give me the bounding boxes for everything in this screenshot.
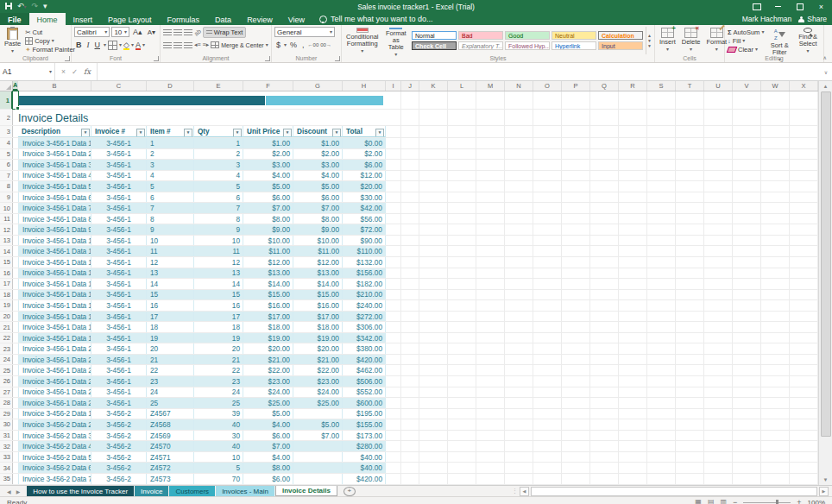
- table-cell[interactable]: $9.00: [293, 224, 343, 235]
- table-cell[interactable]: $40.00: [343, 452, 386, 463]
- scroll-down-icon[interactable]: ▼: [819, 475, 832, 485]
- empty-cells[interactable]: [419, 419, 818, 430]
- column-header-E[interactable]: E: [194, 81, 243, 91]
- column-header-L[interactable]: L: [448, 81, 476, 91]
- cell[interactable]: [386, 91, 401, 109]
- table-cell[interactable]: 30: [194, 431, 243, 441]
- cell[interactable]: [401, 214, 419, 224]
- table-cell[interactable]: Invoice 3-456-2 Data 4: [18, 441, 91, 451]
- table-cell[interactable]: Invoice 3-456-1 Data 2: [18, 149, 91, 160]
- cell[interactable]: [386, 279, 401, 289]
- empty-cells[interactable]: [419, 257, 818, 268]
- table-cell[interactable]: $30.00: [343, 192, 386, 203]
- table-header-description[interactable]: Description▾: [18, 126, 91, 137]
- cell[interactable]: [386, 474, 401, 484]
- filter-dropdown-icon[interactable]: ▾: [184, 129, 192, 137]
- table-cell[interactable]: 3-456-1: [91, 236, 147, 246]
- table-cell[interactable]: Z4567: [147, 409, 194, 419]
- table-cell[interactable]: $12.00: [343, 171, 386, 181]
- empty-cells[interactable]: [419, 236, 818, 246]
- cell[interactable]: [401, 300, 419, 311]
- cell-style-input[interactable]: Input: [598, 41, 643, 50]
- cell-style-good[interactable]: Good: [505, 31, 550, 40]
- table-cell[interactable]: 40: [194, 441, 243, 451]
- cell[interactable]: [401, 192, 419, 203]
- table-cell[interactable]: $90.00: [343, 236, 386, 246]
- cell[interactable]: [386, 409, 401, 419]
- empty-cells[interactable]: [419, 181, 818, 192]
- table-cell[interactable]: Invoice 3-456-1 Data 22: [18, 365, 91, 375]
- table-cell[interactable]: 6: [147, 192, 194, 203]
- column-header-G[interactable]: G: [293, 81, 343, 91]
- table-cell[interactable]: 16: [147, 300, 194, 311]
- paste-dropdown-icon[interactable]: ▾: [11, 48, 14, 54]
- table-cell[interactable]: $12.00: [293, 257, 343, 268]
- table-cell[interactable]: 3-456-1: [91, 224, 147, 235]
- cell[interactable]: [401, 463, 419, 473]
- cell[interactable]: [401, 322, 419, 332]
- row-header-20[interactable]: 20: [0, 312, 13, 322]
- table-cell[interactable]: 20: [147, 343, 194, 354]
- paste-button[interactable]: Paste ▾: [3, 27, 22, 54]
- table-cell[interactable]: $3.00: [243, 160, 293, 170]
- table-cell[interactable]: 3-456-1: [91, 365, 147, 375]
- decrease-indent-icon[interactable]: ◂≡: [194, 41, 201, 48]
- table-cell[interactable]: 22: [194, 365, 243, 375]
- cell[interactable]: [386, 126, 401, 137]
- table-cell[interactable]: 7: [194, 203, 243, 213]
- column-header-H[interactable]: H: [343, 81, 386, 91]
- row-header-1[interactable]: 1: [0, 91, 13, 109]
- cell[interactable]: [386, 322, 401, 332]
- table-cell[interactable]: 22: [147, 365, 194, 375]
- sheet-tab-invoices-main[interactable]: Invoices - Main: [216, 486, 274, 496]
- table-cell[interactable]: 1: [194, 138, 243, 148]
- gallery-down-icon[interactable]: ▼: [647, 39, 652, 43]
- cell[interactable]: [401, 236, 419, 246]
- tab-split-handle[interactable]: ⋮: [512, 488, 518, 495]
- cell[interactable]: [386, 268, 401, 279]
- table-cell[interactable]: Invoice 3-456-1 Data 3: [18, 160, 91, 170]
- table-cell[interactable]: 23: [147, 376, 194, 387]
- table-cell[interactable]: 6: [194, 192, 243, 203]
- sheet-tab-customers[interactable]: Customers: [169, 486, 215, 496]
- row-header-9[interactable]: 9: [0, 192, 13, 203]
- table-cell[interactable]: 23: [194, 376, 243, 387]
- expand-formula-bar-icon[interactable]: ∨: [820, 63, 832, 80]
- cell[interactable]: [401, 441, 419, 451]
- sheet-tab-invoice[interactable]: Invoice: [135, 486, 168, 496]
- table-cell[interactable]: [293, 409, 343, 419]
- cell[interactable]: [401, 203, 419, 213]
- font-color-icon[interactable]: A: [136, 41, 141, 49]
- row-header-21[interactable]: 21: [0, 322, 13, 332]
- cell[interactable]: [386, 149, 401, 160]
- table-cell[interactable]: Invoice 3-456-2 Data 5: [18, 452, 91, 463]
- table-cell[interactable]: $240.00: [343, 300, 386, 311]
- table-cell[interactable]: Invoice 3-456-1 Data 5: [18, 181, 91, 192]
- table-cell[interactable]: [293, 474, 343, 484]
- comma-style-button[interactable]: ,: [300, 41, 306, 49]
- table-cell[interactable]: 5: [194, 463, 243, 473]
- row-header-28[interactable]: 28: [0, 398, 13, 408]
- table-cell[interactable]: 3-456-1: [91, 343, 147, 354]
- table-cell[interactable]: $6.00: [243, 431, 293, 441]
- merge-center-button[interactable]: Merge & Center▾: [211, 41, 268, 49]
- filter-dropdown-icon[interactable]: ▾: [283, 129, 292, 137]
- empty-cells[interactable]: [419, 463, 818, 473]
- table-cell[interactable]: $25.00: [243, 398, 293, 408]
- cell[interactable]: [386, 246, 401, 256]
- table-cell[interactable]: Invoice 3-456-2 Data 2: [18, 419, 91, 430]
- table-cell[interactable]: 12: [194, 257, 243, 268]
- enter-icon[interactable]: ✓: [72, 67, 78, 76]
- row-header-16[interactable]: 16: [0, 268, 13, 279]
- table-cell[interactable]: 17: [147, 312, 194, 322]
- table-cell[interactable]: 3-456-2: [91, 463, 147, 473]
- table-cell[interactable]: 11: [147, 246, 194, 256]
- align-top-icon[interactable]: [163, 29, 172, 35]
- table-cell[interactable]: Z4573: [147, 474, 194, 484]
- column-header-X[interactable]: X: [790, 81, 818, 91]
- table-cell[interactable]: Invoice 3-456-1 Data 6: [18, 192, 91, 203]
- table-cell[interactable]: 3: [147, 160, 194, 170]
- row-header-18[interactable]: 18: [0, 290, 13, 300]
- column-header-V[interactable]: V: [733, 81, 761, 91]
- cut-button[interactable]: ✂Cut: [25, 28, 75, 36]
